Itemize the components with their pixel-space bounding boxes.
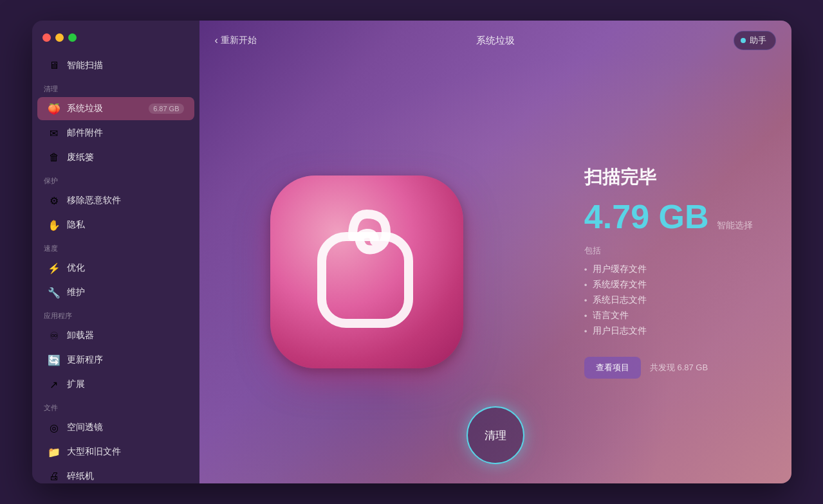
trash-icon: 🗑 [48, 151, 60, 164]
sidebar-item-space-lens[interactable]: ◎ 空间透镜 [37, 416, 194, 439]
list-item: 用户日志文件 [584, 323, 753, 339]
sidebar-item-large-files-label: 大型和旧文件 [67, 446, 184, 458]
list-item: 系统日志文件 [584, 292, 753, 308]
size-value: 4.79 GB [584, 200, 709, 233]
sidebar-item-mail[interactable]: ✉ 邮件附件 [37, 122, 194, 145]
sidebar-item-mail-label: 邮件附件 [67, 127, 184, 139]
sidebar-item-uninstaller-label: 卸载器 [67, 330, 184, 341]
main-content: ‹ 重新开始 系统垃圾 助手 [199, 21, 791, 483]
maintain-icon: 🔧 [48, 286, 60, 299]
optimize-icon: ⚡ [48, 262, 60, 274]
app-window: 🖥 智能扫描 清理 🍑 系统垃圾 6.87 GB ✉ 邮件附件 🗑 废纸篓 保护… [32, 21, 791, 483]
assistant-dot-icon [741, 38, 746, 43]
section-label-protect: 保护 [32, 170, 199, 188]
size-row: 4.79 GB 智能选择 [584, 200, 753, 233]
app-icon [270, 176, 463, 368]
sidebar-item-smart-scan-label: 智能扫描 [67, 60, 184, 71]
updater-icon: 🔄 [48, 354, 60, 366]
extensions-icon: ↗ [48, 378, 60, 391]
section-label-apps: 应用程序 [32, 305, 199, 323]
system-trash-badge: 6.87 GB [149, 104, 183, 114]
maximize-button[interactable] [68, 33, 77, 42]
sidebar-item-system-trash[interactable]: 🍑 系统垃圾 6.87 GB [37, 97, 194, 120]
sidebar-item-space-lens-label: 空间透镜 [67, 422, 184, 433]
privacy-icon: ✋ [48, 219, 60, 231]
malware-icon: ⚙ [48, 194, 60, 207]
sidebar-item-extensions[interactable]: ↗ 扩展 [37, 373, 194, 396]
found-label: 共发现 6.87 GB [650, 362, 708, 374]
sidebar-item-shredder-label: 碎纸机 [67, 471, 184, 482]
sidebar-item-malware[interactable]: ⚙ 移除恶意软件 [37, 189, 194, 212]
scan-complete-title: 扫描完毕 [584, 165, 753, 190]
file-list: 用户缓存文件 系统缓存文件 系统日志文件 语言文件 用户日志文件 [584, 262, 753, 339]
bottom-row: 查看项目 共发现 6.87 GB [584, 357, 753, 379]
back-label: 重新开始 [221, 35, 257, 46]
section-label-files: 文件 [32, 397, 199, 415]
traffic-lights [32, 33, 199, 53]
sidebar-item-updater-label: 更新程序 [67, 354, 184, 366]
sidebar-item-system-trash-label: 系统垃圾 [67, 103, 143, 114]
section-label-speed: 速度 [32, 237, 199, 256]
sidebar-item-large-files[interactable]: 📁 大型和旧文件 [37, 440, 194, 464]
sidebar-item-maintain-label: 维护 [67, 287, 184, 298]
assistant-button[interactable]: 助手 [734, 31, 776, 50]
large-files-icon: 📁 [48, 446, 60, 458]
sidebar-item-shredder[interactable]: 🖨 碎纸机 [37, 465, 194, 483]
sidebar-item-optimize-label: 优化 [67, 262, 184, 274]
sidebar-item-malware-label: 移除恶意软件 [67, 195, 184, 206]
view-items-button[interactable]: 查看项目 [584, 357, 641, 379]
shredder-icon: 🖨 [48, 470, 60, 483]
uninstaller-icon: ♾ [48, 329, 60, 342]
sidebar-item-uninstaller[interactable]: ♾ 卸载器 [37, 324, 194, 347]
system-trash-icon: 🍑 [48, 102, 60, 115]
sidebar-item-updater[interactable]: 🔄 更新程序 [37, 348, 194, 372]
clean-button-container: 清理 [467, 406, 524, 464]
sidebar-item-privacy[interactable]: ✋ 隐私 [37, 213, 194, 237]
topbar: ‹ 重新开始 系统垃圾 助手 [199, 21, 791, 60]
close-button[interactable] [42, 33, 51, 42]
topbar-title: 系统垃圾 [476, 35, 515, 47]
sidebar-item-smart-scan[interactable]: 🖥 智能扫描 [37, 54, 194, 77]
assistant-label: 助手 [750, 35, 766, 46]
sidebar: 🖥 智能扫描 清理 🍑 系统垃圾 6.87 GB ✉ 邮件附件 🗑 废纸篓 保护… [32, 21, 199, 483]
sidebar-item-maintain[interactable]: 🔧 维护 [37, 281, 194, 304]
list-item: 用户缓存文件 [584, 262, 753, 277]
sidebar-item-trash[interactable]: 🗑 废纸篓 [37, 146, 194, 169]
mail-icon: ✉ [48, 127, 60, 140]
list-item: 语言文件 [584, 308, 753, 323]
includes-label: 包括 [584, 245, 753, 256]
back-chevron-icon: ‹ [215, 35, 218, 46]
sidebar-item-trash-label: 废纸篓 [67, 152, 184, 163]
space-lens-icon: ◎ [48, 421, 60, 434]
list-item: 系统缓存文件 [584, 277, 753, 292]
smart-select-label: 智能选择 [717, 220, 753, 231]
smart-scan-icon: 🖥 [48, 59, 60, 72]
minimize-button[interactable] [55, 33, 64, 42]
clean-button[interactable]: 清理 [467, 406, 524, 464]
back-button[interactable]: ‹ 重新开始 [215, 35, 257, 46]
sidebar-item-extensions-label: 扩展 [67, 379, 184, 390]
app-icon-container [270, 176, 463, 368]
sidebar-item-privacy-label: 隐私 [67, 219, 184, 231]
section-label-clean: 清理 [32, 78, 199, 96]
sidebar-item-optimize[interactable]: ⚡ 优化 [37, 256, 194, 280]
info-panel: 扫描完毕 4.79 GB 智能选择 包括 用户缓存文件 系统缓存文件 系统日志文… [584, 165, 753, 379]
app-logo-svg [302, 208, 431, 336]
